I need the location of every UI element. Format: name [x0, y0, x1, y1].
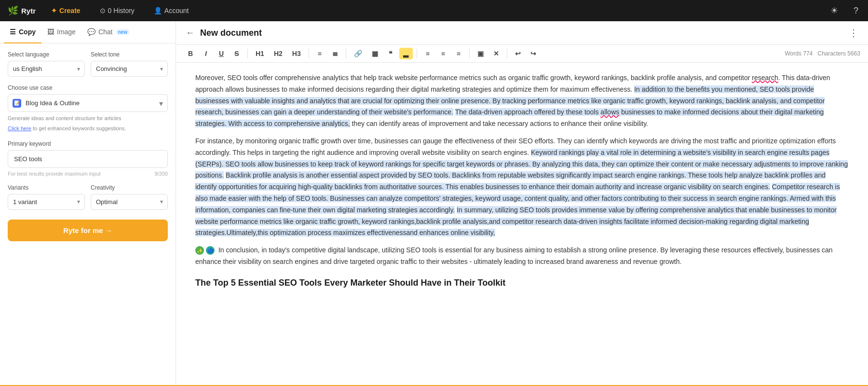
h3-button[interactable]: H3 — [288, 48, 305, 59]
tab-chat[interactable]: 💬 Chat new — [81, 21, 136, 43]
ai-marker-teal: 🔵 — [206, 246, 215, 255]
primary-keyword-group: Primary keyword For best results provide… — [8, 140, 168, 177]
create-icon: ✦ — [51, 7, 57, 14]
keyword-hint: For best results provide maximum input — [8, 171, 101, 177]
document-header: ← New document ⋮ — [176, 21, 868, 45]
tab-copy[interactable]: ☰ Copy — [4, 21, 41, 43]
italic-button[interactable]: I — [199, 48, 213, 59]
nav-history[interactable]: ⊙ 0 History — [96, 5, 138, 16]
help-button[interactable]: ? — [852, 4, 860, 18]
keyword-input-wrapper — [8, 150, 168, 168]
use-case-group: Choose use case 📝 Blog Idea & Outline Pr… — [8, 84, 168, 133]
align-right-button[interactable]: ≡ — [452, 48, 465, 59]
document-menu-button[interactable]: ⋮ — [849, 27, 858, 39]
sidebar-tabs: ☰ Copy 🖼 Image 💬 Chat new — [0, 21, 176, 43]
tab-image[interactable]: 🖼 Image — [41, 21, 81, 43]
keyword-counter: 9/200 — [154, 171, 168, 177]
ai-icon-markers: ✨ 🔵 — [195, 246, 215, 255]
use-case-icon: 📝 — [13, 99, 21, 108]
nav-account-label: Account — [164, 7, 189, 14]
use-case-label: Choose use case — [8, 84, 168, 91]
use-case-select-wrapper: 📝 Blog Idea & Outline Product Descriptio… — [8, 94, 168, 112]
underline-button[interactable]: U — [215, 48, 228, 59]
tab-copy-label: Copy — [19, 28, 36, 36]
toolbar-divider-1 — [247, 49, 248, 58]
spellcheck-word: research — [752, 74, 778, 82]
tone-field-group: Select tone Convincing Formal Casual Fun… — [91, 51, 168, 77]
use-case-select[interactable]: Blog Idea & Outline Product Description … — [8, 94, 168, 112]
tone-label: Select tone — [91, 51, 168, 58]
theme-toggle-button[interactable]: ☀ — [828, 3, 840, 18]
tone-select-wrapper: Convincing Formal Casual Funny — [91, 61, 168, 77]
nav-history-label: 0 History — [108, 7, 135, 14]
language-field-group: Select language us English uk English Fr… — [8, 51, 85, 77]
clear-formatting-button[interactable]: ✕ — [489, 48, 503, 59]
sidebar: ☰ Copy 🖼 Image 💬 Chat new Select languag… — [0, 21, 176, 386]
word-count: Words 774 Characters 5663 — [785, 50, 860, 57]
more-options-button[interactable]: ▣ — [474, 48, 488, 59]
editor-toolbar: B I U S H1 H2 H3 ≡ ≣ 🔗 ▦ ❝ ▂ ≡ ≡ ≡ ▣ ✕ ↩… — [176, 45, 868, 63]
use-case-description: Generate ideas and content structure for… — [8, 115, 168, 122]
highlighted-section-4: Backlink profile analysis is another ess… — [195, 171, 826, 191]
paragraph-organic: For instance, by monitoring organic traf… — [195, 136, 849, 239]
creativity-group: Creativity Optimal High Max — [91, 184, 168, 210]
image-insert-button[interactable]: ▦ — [368, 48, 382, 59]
history-icon: ⊙ — [100, 7, 106, 14]
variants-creativity-row: Variants 1 variant 2 variants 3 variants… — [8, 184, 168, 210]
creativity-label: Creativity — [91, 184, 168, 191]
language-label: Select language — [8, 51, 85, 58]
h2-button[interactable]: H2 — [270, 48, 286, 59]
back-button[interactable]: ← — [186, 28, 194, 38]
primary-keyword-label: Primary keyword — [8, 140, 168, 147]
link-button[interactable]: 🔗 — [350, 48, 366, 59]
strikethrough-button[interactable]: S — [230, 48, 244, 59]
primary-keyword-input[interactable] — [8, 150, 168, 168]
top-navigation: 🌿 Rytr ✦ Create ⊙ 0 History 👤 Account ☀ … — [0, 0, 868, 21]
ordered-list-button[interactable]: ≣ — [328, 48, 342, 59]
main-content-area: ← New document ⋮ B I U S H1 H2 H3 ≡ ≣ 🔗 … — [176, 21, 868, 386]
app-name: Rytr — [21, 7, 36, 15]
align-left-button[interactable]: ≡ — [421, 48, 434, 59]
h1-button[interactable]: H1 — [252, 48, 268, 59]
document-title: New document — [200, 28, 843, 38]
toolbar-divider-6 — [507, 49, 507, 58]
variants-select-wrapper: 1 variant 2 variants 3 variants — [8, 194, 85, 210]
enhanced-keywords-link[interactable]: Click here — [8, 125, 31, 131]
tone-select[interactable]: Convincing Formal Casual Funny — [91, 61, 168, 77]
variants-group: Variants 1 variant 2 variants 3 variants — [8, 184, 85, 210]
chat-tab-icon: 💬 — [87, 28, 95, 36]
redo-button[interactable]: ↪ — [527, 48, 540, 59]
tab-chat-label: Chat — [98, 28, 113, 36]
logo-icon: 🌿 — [8, 5, 18, 16]
account-icon: 👤 — [154, 7, 162, 14]
align-center-button[interactable]: ≡ — [436, 48, 450, 59]
main-layout: ☰ Copy 🖼 Image 💬 Chat new Select languag… — [0, 21, 868, 386]
language-select-wrapper: us English uk English French Spanish — [8, 61, 85, 77]
bullet-list-button[interactable]: ≡ — [313, 48, 326, 59]
toolbar-divider-4 — [417, 49, 417, 58]
image-tab-icon: 🖼 — [47, 28, 54, 36]
nav-account[interactable]: 👤 Account — [150, 5, 193, 16]
chat-badge: new — [116, 29, 130, 35]
language-tone-row: Select language us English uk English Fr… — [8, 51, 168, 77]
sidebar-content: Select language us English uk English Fr… — [0, 43, 176, 249]
paragraph-intro: Moreover, SEO tools offer comprehensive … — [195, 72, 849, 130]
highlight-button[interactable]: ▂ — [399, 48, 413, 59]
ai-marker-green: ✨ — [195, 246, 204, 255]
variants-select[interactable]: 1 variant 2 variants 3 variants — [8, 194, 85, 210]
paragraph-conclusion: ✨ 🔵 In conclusion, in today's competitiv… — [195, 245, 849, 268]
app-logo[interactable]: 🌿 Rytr — [8, 5, 36, 16]
editor-area[interactable]: Moreover, SEO tools offer comprehensive … — [176, 63, 868, 386]
copy-tab-icon: ☰ — [10, 28, 16, 36]
toolbar-divider-2 — [309, 49, 309, 58]
undo-button[interactable]: ↩ — [511, 48, 525, 59]
bold-button[interactable]: B — [184, 48, 197, 59]
ryte-button[interactable]: Ryte for me → — [8, 220, 168, 241]
enhanced-keywords-hint: Click here to get enhanced keywords sugg… — [8, 125, 168, 132]
variants-label: Variants — [8, 184, 85, 191]
nav-create[interactable]: ✦ Create — [47, 5, 84, 16]
creativity-select[interactable]: Optimal High Max — [91, 194, 168, 210]
quote-button[interactable]: ❝ — [384, 48, 397, 59]
section-heading: The Top 5 Essential SEO Tools Every Mark… — [195, 276, 849, 290]
language-select[interactable]: us English uk English French Spanish — [8, 61, 85, 77]
